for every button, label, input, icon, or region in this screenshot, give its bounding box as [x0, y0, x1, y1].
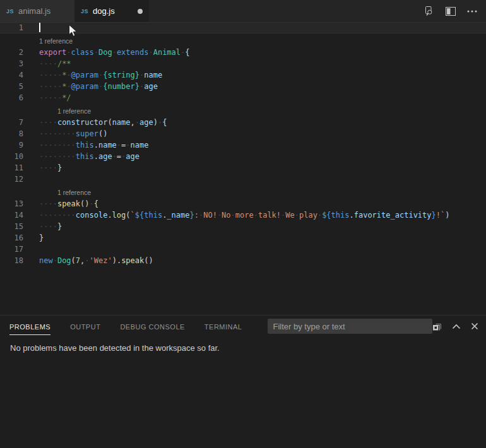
- line-number[interactable]: 15: [0, 221, 23, 232]
- code-text: ········super(): [23, 128, 107, 139]
- tab-dog-js[interactable]: JS dog.js: [74, 0, 149, 22]
- code-line[interactable]: 7····constructor(name,·age)·{: [0, 117, 486, 128]
- line-number[interactable]: 17: [0, 244, 23, 255]
- code-line[interactable]: 18new·Dog(7,·'Wez').speak(): [0, 255, 486, 266]
- code-text: ········console.log(`${this._name}:·NO!·…: [23, 209, 449, 221]
- code-line[interactable]: 8········super(): [0, 128, 486, 139]
- code-text: }: [23, 232, 44, 244]
- code-line[interactable]: 11····}: [0, 162, 486, 174]
- more-actions-icon[interactable]: [467, 10, 477, 13]
- text-cursor: [39, 23, 40, 32]
- panel-tab-problems[interactable]: PROBLEMS: [9, 317, 50, 335]
- panel-tab-debug-console[interactable]: DEBUG CONSOLE: [120, 317, 184, 335]
- code-line[interactable]: 12: [0, 174, 486, 185]
- vscode-window: JS animal.js JS dog.js: [0, 0, 486, 448]
- close-panel-icon[interactable]: [471, 322, 478, 330]
- editor-tab-bar: JS animal.js JS dog.js: [0, 0, 486, 22]
- code-text: ····}: [23, 221, 62, 232]
- line-number[interactable]: 13: [0, 198, 23, 209]
- line-number[interactable]: 12: [0, 174, 23, 185]
- codelens-reference[interactable]: 1 reference: [0, 185, 486, 198]
- line-number[interactable]: 14: [0, 209, 23, 221]
- line-number[interactable]: 18: [0, 255, 23, 266]
- code-line[interactable]: 17: [0, 244, 486, 255]
- panel-header: PROBLEMS OUTPUT DEBUG CONSOLE TERMINAL: [0, 315, 486, 337]
- problems-message: No problems have been detected in the wo…: [10, 343, 220, 353]
- code-line[interactable]: 15····}: [0, 221, 486, 232]
- tab-label: dog.js: [93, 6, 115, 16]
- code-text: ····/**: [23, 58, 71, 69]
- code-line[interactable]: 6·····*/: [0, 92, 486, 103]
- line-number[interactable]: 4: [0, 69, 23, 81]
- code-line[interactable]: 16}: [0, 232, 486, 244]
- javascript-file-icon: JS: [6, 8, 14, 15]
- code-text: ·····*·@param·{string}·name: [23, 69, 162, 81]
- code-line[interactable]: 2export·class·Dog·extends·Animal·{: [0, 47, 486, 58]
- line-number[interactable]: 2: [0, 47, 23, 58]
- code-text: [23, 244, 39, 255]
- bottom-panel: PROBLEMS OUTPUT DEBUG CONSOLE TERMINAL: [0, 315, 486, 448]
- editor-actions: [424, 0, 486, 22]
- panel-body: No problems have been detected in the wo…: [0, 337, 486, 359]
- split-editor-icon[interactable]: [446, 7, 456, 16]
- code-text: new·Dog(7,·'Wez').speak(): [23, 255, 153, 266]
- line-number[interactable]: 7: [0, 117, 23, 128]
- line-number[interactable]: 11: [0, 162, 23, 174]
- line-number[interactable]: 8: [0, 128, 23, 139]
- line-number[interactable]: 10: [0, 151, 23, 162]
- code-text: export·class·Dog·extends·Animal·{: [23, 47, 190, 58]
- maximize-panel-icon[interactable]: [452, 324, 461, 329]
- codelens-reference[interactable]: 1 reference: [0, 33, 486, 47]
- code-line[interactable]: 10········this.age·=·age: [0, 151, 486, 162]
- code-text: ·····*·@param·{number}·age: [23, 81, 158, 92]
- code-text: [23, 22, 40, 33]
- open-preview-icon[interactable]: [424, 6, 434, 16]
- line-number[interactable]: 6: [0, 92, 23, 103]
- code-line[interactable]: 1: [0, 22, 486, 33]
- code-line[interactable]: 14········console.log(`${this._name}:·NO…: [0, 209, 486, 221]
- line-number[interactable]: 9: [0, 139, 23, 151]
- code-text: ·····*/: [23, 92, 71, 103]
- code-line[interactable]: 9········this.name·=·name: [0, 139, 486, 151]
- code-text: [23, 174, 39, 185]
- code-line[interactable]: 5·····*·@param·{number}·age: [0, 81, 486, 92]
- panel-tab-output[interactable]: OUTPUT: [70, 317, 100, 335]
- unsaved-changes-dot: [138, 9, 143, 14]
- code-editor[interactable]: 11 reference2export·class·Dog·extends·An…: [0, 22, 486, 315]
- collapse-all-icon[interactable]: [432, 322, 442, 331]
- code-text: ····}: [23, 162, 62, 174]
- line-number[interactable]: 3: [0, 58, 23, 69]
- code-text: ········this.name·=·name: [23, 139, 148, 151]
- problems-filter-input[interactable]: [268, 319, 432, 334]
- code-line[interactable]: 3····/**: [0, 58, 486, 69]
- tab-label: animal.js: [18, 6, 50, 16]
- line-number[interactable]: 5: [0, 81, 23, 92]
- javascript-file-icon: JS: [81, 8, 88, 15]
- tab-animal-js[interactable]: JS animal.js: [0, 0, 74, 22]
- code-text: ········this.age·=·age: [23, 151, 139, 162]
- code-lines: 11 reference2export·class·Dog·extends·An…: [0, 22, 486, 266]
- line-number[interactable]: 1: [0, 22, 23, 33]
- code-line[interactable]: 4·····*·@param·{string}·name: [0, 69, 486, 81]
- codelens-reference[interactable]: 1 reference: [0, 103, 486, 117]
- panel-tab-terminal[interactable]: TERMINAL: [204, 317, 242, 335]
- code-text: ····constructor(name,·age)·{: [23, 117, 167, 128]
- code-text: ····speak()·{: [23, 198, 98, 209]
- panel-actions: [432, 322, 478, 331]
- code-line[interactable]: 13····speak()·{: [0, 198, 486, 209]
- line-number[interactable]: 16: [0, 232, 23, 244]
